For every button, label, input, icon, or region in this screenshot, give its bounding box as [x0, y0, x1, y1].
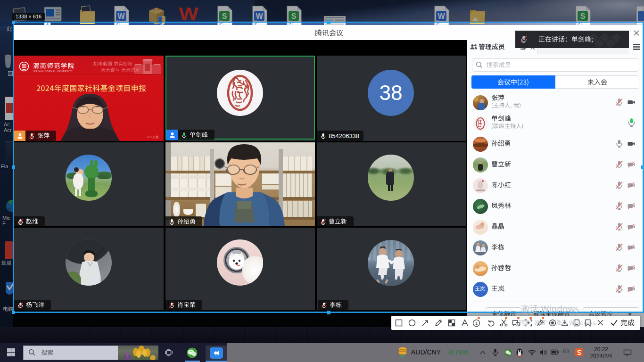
svg-text:1: 1	[475, 321, 478, 326]
